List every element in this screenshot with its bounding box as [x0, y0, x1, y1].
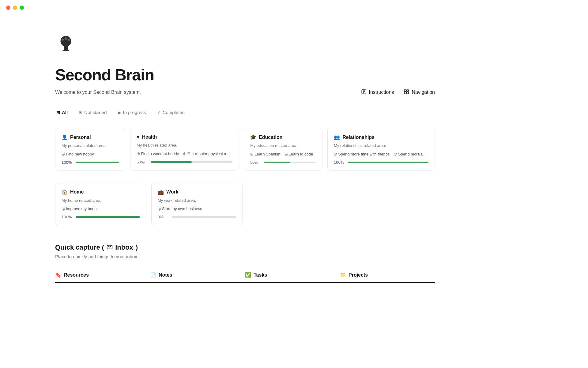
health-bar-bg	[151, 161, 232, 163]
svg-rect-12	[405, 92, 406, 94]
navigation-icon	[404, 89, 409, 96]
quick-capture-title: Quick capture ( Inbox )	[55, 243, 435, 251]
personal-bar-fill	[76, 162, 119, 163]
area-card-personal[interactable]: 👤 Personal My personal related area. ◎ F…	[55, 128, 125, 171]
health-progress: 50%	[137, 160, 232, 164]
relationships-pct: 100%	[334, 160, 345, 165]
area-card-home[interactable]: 🏠 Home My home related area. ◎ Improve m…	[55, 183, 146, 225]
svg-point-4	[65, 37, 67, 40]
health-title: Health	[142, 134, 157, 140]
quick-capture-desc: Place to quickly add things to your inbo…	[55, 254, 435, 259]
card-header-work: 💼 Work	[158, 189, 236, 195]
card-header-personal: 👤 Personal	[62, 134, 119, 140]
quick-capture-section: Quick capture ( Inbox ) Place to quickly…	[55, 243, 435, 283]
tab-not-started-label: Not started	[84, 110, 107, 115]
header-links: Instructions Navigation	[361, 89, 435, 96]
bottom-tab-resources[interactable]: 🔖 Resources	[55, 268, 150, 283]
card-header-health: ♥ Health	[137, 134, 232, 140]
education-pct: 50%	[250, 160, 261, 165]
bottom-tab-notes[interactable]: 📄 Notes	[150, 268, 245, 283]
maximize-button[interactable]	[20, 6, 24, 10]
svg-rect-13	[407, 92, 409, 94]
tab-in-progress-icon: ▶	[118, 110, 121, 115]
work-pct: 0%	[158, 215, 169, 219]
relationships-bar-bg	[348, 162, 428, 163]
health-icon: ♥	[137, 134, 140, 140]
card-header-relationships: 👥 Relationships	[334, 134, 428, 140]
education-goal-1: ◎ Learn Spanish	[250, 152, 280, 156]
work-title: Work	[166, 189, 179, 195]
svg-point-3	[62, 39, 64, 41]
cards-grid-row1: 👤 Personal My personal related area. ◎ F…	[55, 128, 435, 171]
svg-rect-2	[63, 50, 69, 51]
home-pct: 100%	[62, 215, 73, 219]
health-bar-fill	[151, 161, 192, 163]
svg-rect-10	[405, 90, 406, 91]
bottom-tab-tasks[interactable]: ✅ Tasks	[245, 268, 340, 283]
brain-icon	[55, 34, 77, 55]
tasks-icon: ✅	[245, 272, 251, 278]
work-bar-bg	[172, 216, 236, 218]
card-header-education: 🎓 Education	[250, 134, 316, 140]
relationships-goals: ◎ Spend more time with friends ◎ Spend m…	[334, 151, 428, 156]
tasks-label: Tasks	[254, 272, 267, 278]
work-desc: My work related area.	[158, 198, 236, 203]
personal-goals: ◎ Find new hobby	[62, 151, 119, 156]
projects-icon: 📁	[340, 272, 346, 278]
personal-icon: 👤	[62, 134, 68, 140]
personal-title: Personal	[70, 135, 91, 140]
health-desc: My health related area.	[137, 143, 232, 148]
navigation-link[interactable]: Navigation	[404, 89, 435, 96]
bottom-tab-projects[interactable]: 📁 Projects	[340, 268, 435, 283]
relationships-icon: 👥	[334, 134, 340, 140]
education-bar-fill	[264, 162, 290, 163]
relationships-title: Relationships	[342, 135, 375, 140]
tab-all-label: All	[62, 110, 68, 115]
education-desc: My education related area.	[250, 143, 316, 148]
area-card-work[interactable]: 💼 Work My work related area. ◎ Start my …	[151, 183, 243, 225]
relationships-progress: 100%	[334, 160, 428, 165]
tab-not-started[interactable]: ✳ Not started	[77, 107, 113, 119]
tab-completed[interactable]: ✔ Completed	[156, 107, 191, 119]
instructions-link[interactable]: Instructions	[361, 89, 394, 96]
home-goals: ◎ Improve my house	[62, 206, 140, 211]
relationships-goal-2: ◎ Spend more t...	[394, 152, 425, 156]
education-progress: 50%	[250, 160, 316, 165]
minimize-button[interactable]	[13, 6, 17, 10]
education-goals: ◎ Learn Spanish ◎ Learn to code	[250, 151, 316, 156]
tab-in-progress[interactable]: ▶ In progress	[117, 107, 152, 119]
education-title: Education	[259, 135, 282, 140]
main-content: Second Brain Welcome to your Second Brai…	[0, 15, 490, 320]
area-card-health[interactable]: ♥ Health My health related area. ◎ Find …	[130, 128, 239, 171]
personal-bar-bg	[76, 162, 119, 163]
tab-all[interactable]: ⊞ All	[55, 107, 74, 119]
subtitle-text: Welcome to your Second Brain system.	[55, 90, 141, 95]
tab-completed-label: Completed	[163, 110, 185, 115]
personal-pct: 100%	[62, 160, 73, 165]
tab-not-started-icon: ✳	[79, 110, 82, 115]
home-bar-bg	[76, 216, 140, 218]
instructions-label: Instructions	[369, 90, 394, 95]
svg-rect-11	[407, 90, 409, 91]
health-goal-2: ◎ Get regular physical a...	[183, 151, 229, 156]
window-chrome	[0, 0, 588, 15]
health-goal-1: ◎ Find a workout buddy	[137, 151, 179, 156]
quick-capture-inbox-label: Inbox	[115, 243, 133, 251]
personal-desc: My personal related area.	[62, 143, 119, 148]
instructions-icon	[361, 89, 367, 96]
notes-icon: 📄	[150, 272, 156, 278]
work-goal-1: ◎ Start my own business	[158, 206, 202, 211]
relationships-desc: My relationships related area.	[334, 143, 428, 148]
bottom-tabs: 🔖 Resources 📄 Notes ✅ Tasks 📁 Projects	[55, 268, 435, 283]
health-goals: ◎ Find a workout buddy ◎ Get regular phy…	[137, 151, 232, 156]
area-card-education[interactable]: 🎓 Education My education related area. ◎…	[244, 128, 322, 171]
tab-completed-icon: ✔	[157, 110, 161, 115]
education-icon: 🎓	[250, 134, 256, 140]
close-button[interactable]	[6, 6, 10, 10]
resources-icon: 🔖	[55, 272, 61, 278]
area-card-relationships[interactable]: 👥 Relationships My relationships related…	[327, 128, 435, 171]
home-title: Home	[70, 189, 84, 195]
home-icon: 🏠	[62, 189, 68, 195]
work-progress: 0%	[158, 215, 236, 219]
empty-slot-4	[344, 183, 435, 225]
